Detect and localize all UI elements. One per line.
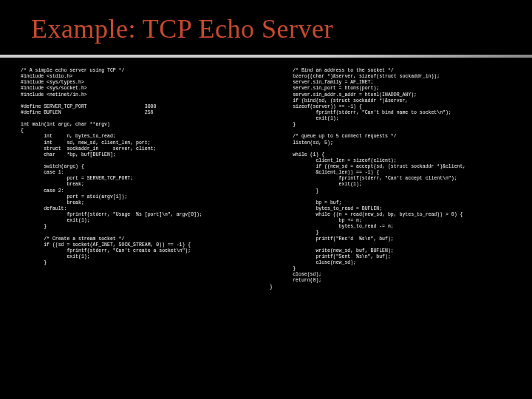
slide: Example: TCP Echo Server /* A simple ech…: [0, 0, 532, 399]
code-area: /* A simple echo server using TCP */ #in…: [21, 68, 519, 392]
slide-title: Example: TCP Echo Server: [0, 0, 532, 44]
title-underline: [0, 55, 532, 58]
code-left-column: /* A simple echo server using TCP */ #in…: [21, 68, 270, 392]
code-right-column: /* Bind an address to the socket */ bzer…: [270, 68, 519, 392]
